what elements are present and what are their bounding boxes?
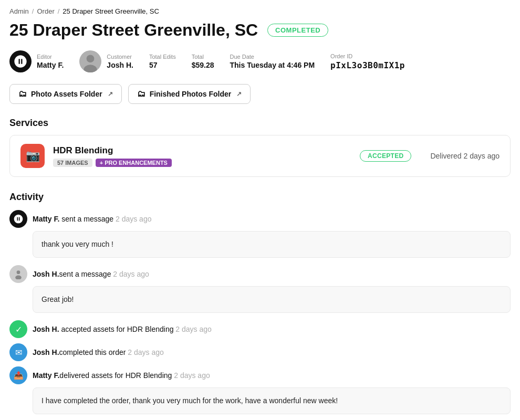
svg-point-1 — [87, 55, 95, 62]
editor-meta: Editor Matty F. — [37, 54, 64, 69]
services-section: Services 📷 HDR Blending 57 IMAGES + PRO … — [0, 113, 520, 177]
event-icon-completed: ✉ — [9, 343, 27, 361]
breadcrumb: Admin / Order / 25 Draper Street Greenvi… — [0, 0, 520, 18]
editor-small-icon — [13, 214, 24, 224]
activity-avatar-1 — [9, 265, 27, 283]
activity-time-1: 2 days ago — [113, 270, 149, 278]
event-actor-3: Josh H. — [33, 348, 59, 356]
photo-assets-folder-label: Photo Assets Folder — [31, 90, 102, 98]
folders-row: 🗂 Photo Assets Folder ↗ 🗂 Finished Photo… — [0, 80, 520, 113]
activity-action-0: sent a message — [59, 215, 113, 223]
editor-label: Editor — [37, 54, 64, 60]
activity-actor-text-1: Josh H.sent a message 2 days ago — [33, 270, 149, 278]
external-link-icon-1: ↗ — [108, 90, 113, 98]
breadcrumb-admin[interactable]: Admin — [9, 7, 29, 15]
finished-photos-folder-label: Finished Photos Folder — [150, 90, 232, 98]
service-info: HDR Blending 57 IMAGES + PRO ENHANCEMENT… — [53, 145, 351, 167]
meta-row: Editor Matty F. Customer Josh H. Total E… — [0, 46, 520, 80]
activity-item-1: Josh H.sent a message 2 days ago Great j… — [9, 265, 511, 313]
editor-avatar — [9, 50, 32, 72]
total-edits-meta: Total Edits 57 — [149, 54, 176, 69]
editor-avatar-icon — [13, 54, 28, 69]
activity-avatar-0 — [9, 210, 27, 228]
customer-name: Josh H. — [107, 61, 133, 69]
event-action-2: accepted assets for HDR Blending — [59, 325, 174, 333]
order-id-value: pIxL3o3B0mIX1p — [330, 60, 405, 70]
service-card: 📷 HDR Blending 57 IMAGES + PRO ENHANCEME… — [9, 135, 511, 177]
tag-images: 57 IMAGES — [53, 159, 92, 167]
breadcrumb-current: 25 Draper Street Greenville, SC — [63, 7, 159, 15]
activity-message-1: Great job! — [33, 286, 511, 313]
activity-time-4: 2 days ago — [174, 371, 210, 380]
customer-meta: Customer Josh H. — [107, 54, 133, 69]
status-badge: COMPLETED — [267, 24, 328, 37]
total-label: Total — [192, 54, 214, 60]
activity-actor-name-1: Josh H. — [33, 270, 59, 278]
activity-item-2: ✓ Josh H. accepted assets for HDR Blendi… — [9, 320, 511, 338]
event-icon-delivered: 📤 — [9, 366, 27, 384]
external-link-icon-2: ↗ — [236, 90, 242, 98]
activity-item-3: ✉ Josh H.completed this order 2 days ago — [9, 343, 511, 361]
folder-icon-2: 🗂 — [137, 89, 145, 99]
customer-label: Customer — [107, 54, 133, 60]
folder-icon-1: 🗂 — [18, 89, 27, 99]
service-delivery: Delivered 2 days ago — [430, 152, 500, 160]
activity-item-0: Matty F. sent a message 2 days ago thank… — [9, 210, 511, 258]
total-edits-value: 57 — [149, 61, 176, 69]
customer-avatar-icon — [79, 50, 101, 72]
breadcrumb-sep-2: / — [58, 7, 60, 15]
editor-block: Editor Matty F. — [9, 50, 64, 72]
total-edits-label: Total Edits — [149, 54, 176, 60]
due-date-value: This Tuesday at 4:46 PM — [230, 61, 315, 69]
event-icon-accepted: ✓ — [9, 320, 27, 338]
activity-message-0: thank you very much ! — [33, 231, 511, 258]
activity-actor-row-0: Matty F. sent a message 2 days ago — [9, 210, 511, 228]
activity-message-4: I have completed the order, thank you ve… — [33, 387, 511, 414]
event-text-3: Josh H.completed this order 2 days ago — [33, 348, 164, 356]
customer-block: Customer Josh H. — [79, 50, 133, 72]
activity-actor-text-4: Matty F.delivered assets for HDR Blendin… — [33, 371, 210, 380]
due-date-meta: Due Date This Tuesday at 4:46 PM — [230, 54, 315, 69]
service-name: HDR Blending — [53, 145, 351, 156]
activity-actor-row-4: 📤 Matty F.delivered assets for HDR Blend… — [9, 366, 511, 384]
activity-section: Activity Matty F. sent a message 2 days … — [0, 187, 520, 414]
activity-time-0: 2 days ago — [116, 215, 152, 223]
activity-actor-row-1: Josh H.sent a message 2 days ago — [9, 265, 511, 283]
service-icon: 📷 — [20, 144, 45, 168]
svg-point-3 — [17, 270, 20, 274]
breadcrumb-order[interactable]: Order — [37, 7, 54, 15]
activity-item-4: 📤 Matty F.delivered assets for HDR Blend… — [9, 366, 511, 414]
activity-actor-name-4: Matty F. — [33, 371, 59, 380]
total-meta: Total $59.28 — [192, 54, 214, 69]
total-value: $59.28 — [192, 61, 214, 69]
event-actor-2: Josh H. — [33, 325, 59, 333]
customer-avatar — [79, 50, 101, 72]
page-header: 25 Draper Street Greenville, SC COMPLETE… — [0, 18, 520, 46]
svg-point-4 — [15, 276, 22, 280]
activity-actor-name-0: Matty F. — [33, 215, 59, 223]
order-id-meta: Order ID pIxL3o3B0mIX1p — [330, 53, 405, 70]
order-id-label: Order ID — [330, 53, 405, 59]
event-time-2: 2 days ago — [175, 325, 212, 333]
customer-small-icon-1 — [13, 269, 24, 279]
activity-action-1: sent a message — [59, 270, 111, 278]
services-title: Services — [0, 113, 520, 135]
event-action-3: completed this order — [59, 348, 126, 356]
service-tags: 57 IMAGES + PRO ENHANCEMENTS — [53, 159, 351, 167]
activity-title: Activity — [9, 187, 511, 210]
activity-action-4: delivered assets for HDR Blending — [59, 371, 172, 380]
page-title: 25 Draper Street Greenville, SC — [9, 20, 258, 40]
tag-pro: + PRO ENHANCEMENTS — [96, 159, 172, 167]
finished-photos-folder-button[interactable]: 🗂 Finished Photos Folder ↗ — [128, 84, 251, 104]
photo-assets-folder-button[interactable]: 🗂 Photo Assets Folder ↗ — [9, 84, 122, 104]
service-status: ACCEPTED — [360, 150, 411, 162]
due-date-label: Due Date — [230, 54, 315, 60]
event-text-2: Josh H. accepted assets for HDR Blending… — [33, 325, 212, 333]
event-time-3: 2 days ago — [128, 348, 164, 356]
editor-name: Matty F. — [37, 61, 64, 69]
activity-actor-text-0: Matty F. sent a message 2 days ago — [33, 215, 151, 223]
breadcrumb-sep-1: / — [32, 7, 34, 15]
